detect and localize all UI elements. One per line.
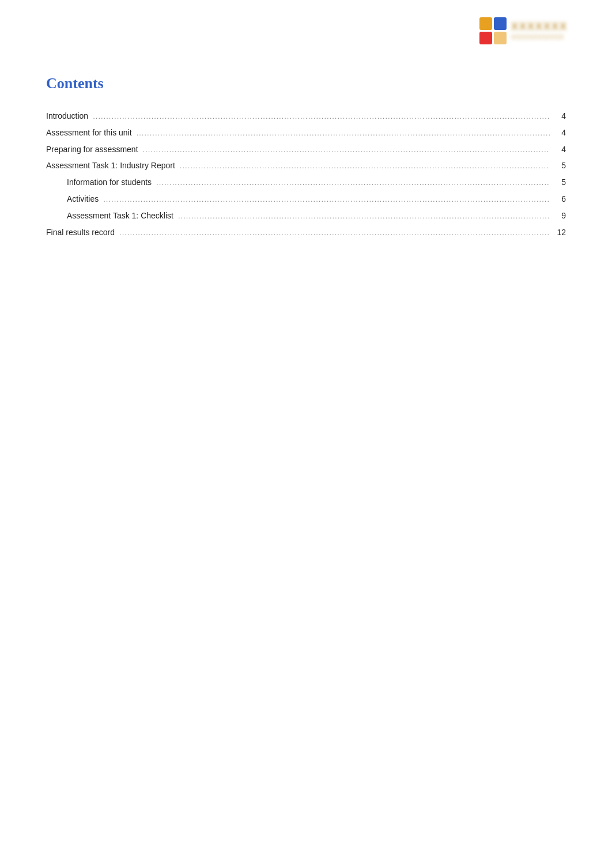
toc-page-introduction: 4 bbox=[554, 111, 566, 120]
toc-page-activities: 6 bbox=[554, 194, 566, 203]
toc-label-assessment-task-checklist: Assessment Task 1: Checklist bbox=[46, 211, 173, 220]
toc-item[interactable]: Preparing for assessment................… bbox=[46, 142, 566, 158]
toc-label-introduction: Introduction bbox=[46, 111, 88, 120]
toc-item[interactable]: Activities..............................… bbox=[46, 191, 566, 208]
toc-item[interactable]: Introduction............................… bbox=[46, 108, 566, 125]
logo-text: XXXXXXX XXXXXXXXXXXX bbox=[511, 21, 568, 40]
toc-page-assessment-for-this-unit: 4 bbox=[554, 128, 566, 137]
page-title: Contents bbox=[46, 75, 566, 92]
toc-item[interactable]: Information for students................… bbox=[46, 175, 566, 191]
toc-list: Introduction............................… bbox=[46, 108, 566, 241]
toc-dots-introduction: ........................................… bbox=[93, 111, 550, 123]
toc-dots-information-for-students: ........................................… bbox=[156, 177, 550, 189]
toc-item[interactable]: Assessment for this unit................… bbox=[46, 125, 566, 142]
toc-item[interactable]: Assessment Task 1: Industry Report......… bbox=[46, 158, 566, 175]
toc-item[interactable]: Final results record....................… bbox=[46, 225, 566, 241]
toc-dots-assessment-for-this-unit: ........................................… bbox=[137, 127, 550, 139]
logo-graphic: XXXXXXX XXXXXXXXXXXX bbox=[479, 13, 589, 48]
toc-label-preparing-for-assessment: Preparing for assessment bbox=[46, 145, 138, 154]
toc-page-information-for-students: 5 bbox=[554, 178, 566, 187]
logo-square-orange bbox=[479, 17, 492, 30]
toc-dots-preparing-for-assessment: ........................................… bbox=[143, 144, 550, 156]
logo-square-red bbox=[479, 32, 492, 44]
toc-item[interactable]: Assessment Task 1: Checklist............… bbox=[46, 208, 566, 225]
toc-dots-activities: ........................................… bbox=[103, 194, 550, 206]
logo-square-yellow bbox=[494, 32, 507, 44]
toc-page-preparing-for-assessment: 4 bbox=[554, 145, 566, 154]
toc-label-assessment-for-this-unit: Assessment for this unit bbox=[46, 128, 132, 137]
toc-label-activities: Activities bbox=[46, 194, 99, 203]
logo-square-blue bbox=[494, 17, 507, 30]
toc-dots-assessment-task-industry-report: ........................................… bbox=[180, 160, 550, 172]
toc-dots-final-results-record: ........................................… bbox=[119, 227, 550, 239]
logo-line1: XXXXXXX bbox=[511, 21, 568, 33]
logo-line2: XXXXXXXXXXXX bbox=[511, 34, 568, 40]
toc-label-assessment-task-industry-report: Assessment Task 1: Industry Report bbox=[46, 161, 175, 170]
toc-page-final-results-record: 12 bbox=[554, 228, 566, 237]
toc-page-assessment-task-checklist: 9 bbox=[554, 211, 566, 220]
logo-squares-icon bbox=[479, 17, 507, 44]
toc-page-assessment-task-industry-report: 5 bbox=[554, 161, 566, 170]
page-container: XXXXXXX XXXXXXXXXXXX Contents Introducti… bbox=[0, 0, 612, 868]
logo-area: XXXXXXX XXXXXXXXXXXX bbox=[474, 10, 589, 51]
toc-label-information-for-students: Information for students bbox=[46, 178, 152, 187]
toc-label-final-results-record: Final results record bbox=[46, 228, 115, 237]
toc-dots-assessment-task-checklist: ........................................… bbox=[178, 210, 550, 222]
